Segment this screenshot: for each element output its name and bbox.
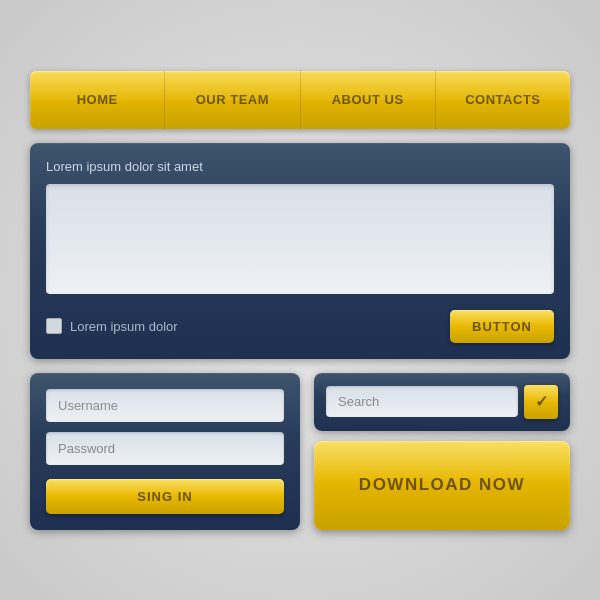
nav-our-team[interactable]: OUR TEAM (165, 71, 300, 129)
login-panel: SING IN (30, 373, 300, 530)
panel-label: Lorem ipsum dolor sit amet (46, 159, 554, 174)
right-column: ✓ DOWNLOAD NOW (314, 373, 570, 530)
navbar: HOME OUR TEAM ABOUT US CONTACTS (30, 71, 570, 129)
content-textarea[interactable] (46, 184, 554, 294)
username-input[interactable] (46, 389, 284, 422)
main-container: HOME OUR TEAM ABOUT US CONTACTS Lorem ip… (30, 71, 570, 530)
nav-contacts[interactable]: CONTACTS (436, 71, 570, 129)
checkbox-row: Lorem ipsum dolor (46, 318, 178, 334)
search-panel: ✓ (314, 373, 570, 431)
content-panel: Lorem ipsum dolor sit amet Lorem ipsum d… (30, 143, 570, 359)
signin-button[interactable]: SING IN (46, 479, 284, 514)
password-input[interactable] (46, 432, 284, 465)
nav-about-us[interactable]: ABOUT US (301, 71, 436, 129)
checkbox[interactable] (46, 318, 62, 334)
search-confirm-button[interactable]: ✓ (524, 385, 558, 419)
search-input[interactable] (326, 386, 518, 417)
nav-home[interactable]: HOME (30, 71, 165, 129)
checkbox-label: Lorem ipsum dolor (70, 319, 178, 334)
panel-footer: Lorem ipsum dolor BUTTON (46, 310, 554, 343)
bottom-row: SING IN ✓ DOWNLOAD NOW (30, 373, 570, 530)
panel-button[interactable]: BUTTON (450, 310, 554, 343)
download-button[interactable]: DOWNLOAD NOW (314, 441, 570, 530)
